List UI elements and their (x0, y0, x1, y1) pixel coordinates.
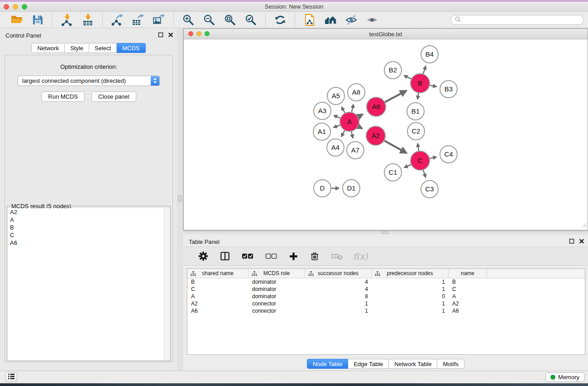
float-panel-icon[interactable] (158, 32, 163, 38)
graph-edge-A-A4[interactable] (341, 130, 345, 137)
graph-edge-C-C1[interactable] (404, 165, 411, 168)
table-row[interactable]: Cdominator41C (187, 286, 585, 293)
network-graph[interactable]: B4B2BB3A5A8A6B1A3AA1C2A2A4A7C4CC1C3DD1 (184, 39, 588, 230)
graph-node-A6[interactable]: A6 (367, 97, 386, 116)
graph-node-A4[interactable]: A4 (327, 139, 344, 156)
table-row[interactable]: A6connector11A6 (187, 307, 585, 315)
deselect-all-rows-button[interactable] (264, 252, 278, 261)
graph-edge-B-B4[interactable] (423, 66, 426, 74)
add-column-button[interactable] (288, 251, 299, 262)
zoom-selected-button[interactable] (244, 13, 258, 27)
show-hidden-button[interactable] (365, 13, 379, 27)
float-table-panel-icon[interactable] (569, 238, 574, 244)
graph-node-A2[interactable]: A2 (366, 126, 385, 145)
export-image-button[interactable] (152, 13, 166, 27)
graph-edge-A-A6[interactable] (358, 114, 363, 117)
apply-layout-button[interactable] (273, 13, 287, 27)
result-list-item[interactable]: B (8, 224, 170, 231)
graph-node-A8[interactable]: A8 (348, 84, 365, 101)
table-row[interactable]: Adominator80A (187, 293, 585, 300)
select-all-rows-button[interactable] (241, 252, 254, 261)
tab-style[interactable]: Style (65, 43, 89, 53)
graph-node-C1[interactable]: C1 (384, 164, 402, 181)
open-session-button[interactable] (10, 13, 24, 27)
new-network-from-selection-button[interactable] (302, 13, 317, 27)
graph-node-D1[interactable]: D1 (343, 180, 360, 197)
result-scrollbar[interactable] (164, 208, 170, 360)
function-builder-button[interactable]: f(x) (353, 251, 368, 261)
graph-edge-B-B3[interactable] (430, 85, 437, 86)
import-network-button[interactable] (60, 13, 74, 27)
graph-edge-A6-B[interactable] (385, 91, 406, 102)
graph-edge-B-B1[interactable] (417, 93, 418, 100)
graph-edge-A-A2[interactable] (358, 126, 362, 129)
toggle-columns-button[interactable] (219, 250, 231, 262)
graph-edge-A-A7[interactable] (351, 132, 353, 138)
result-list-item[interactable]: A2 (8, 208, 170, 216)
graph-edge-A-A8[interactable] (352, 104, 354, 112)
memory-button[interactable]: Memory (545, 372, 584, 382)
graph-edge-A-A5[interactable] (342, 107, 345, 113)
graph-node-A7[interactable]: A7 (347, 142, 364, 159)
import-table-button[interactable] (81, 13, 95, 27)
graph-node-B3[interactable]: B3 (440, 81, 457, 98)
graph-node-A3[interactable]: A3 (314, 102, 331, 119)
graph-node-A1[interactable]: A1 (313, 123, 330, 140)
column-header-mcds-role[interactable]: MCDS role (249, 269, 305, 278)
graph-edge-B-B2[interactable] (404, 76, 411, 79)
hide-selected-button[interactable] (344, 13, 359, 27)
graph-node-B4[interactable]: B4 (421, 46, 438, 63)
save-session-button[interactable] (30, 13, 45, 27)
graph-edge-C-C4[interactable] (430, 157, 437, 158)
column-header-name[interactable]: name (449, 269, 487, 278)
column-header-successor-nodes[interactable]: successor nodes (305, 269, 372, 278)
zoom-in-button[interactable] (181, 13, 196, 27)
column-header-shared-name[interactable]: shared name (187, 269, 249, 278)
graph-node-C3[interactable]: C3 (421, 181, 438, 198)
tab-edge-table[interactable]: Edge Table (348, 359, 389, 369)
result-list-item[interactable]: A6 (8, 239, 170, 247)
graph-node-B[interactable]: B (411, 74, 430, 93)
splitter-grip[interactable] (178, 195, 182, 202)
result-list-item[interactable]: A (8, 216, 170, 224)
tab-node-table[interactable]: Node Table (307, 359, 349, 369)
resize-grip-icon[interactable] (581, 221, 587, 229)
zoom-fit-button[interactable] (223, 13, 237, 27)
tab-select[interactable]: Select (89, 43, 117, 53)
graph-edge-A2-C[interactable] (384, 141, 406, 153)
delete-column-button[interactable] (309, 251, 320, 262)
tab-network-table[interactable]: Network Table (389, 359, 437, 369)
graph-node-C2[interactable]: C2 (407, 123, 425, 140)
export-network-button[interactable] (110, 13, 124, 27)
table-row[interactable]: Bdominator41B (187, 278, 585, 286)
close-panel-button[interactable]: Close panel (91, 91, 136, 102)
task-history-button[interactable] (5, 372, 17, 382)
column-header-predecessor-nodes[interactable]: predecessor nodes (372, 269, 449, 278)
zoom-out-button[interactable] (202, 13, 216, 27)
delete-table-button[interactable] (330, 251, 344, 262)
graph-node-C4[interactable]: C4 (440, 146, 457, 163)
run-mcds-button[interactable]: Run MCDS (41, 91, 85, 102)
graph-node-D[interactable]: D (314, 180, 331, 197)
network-canvas[interactable]: B4B2BB3A5A8A6B1A3AA1C2A2A4A7C4CC1C3DD1 (184, 39, 588, 230)
node-table[interactable]: shared nameMCDS rolesuccessor nodesprede… (187, 268, 585, 355)
tab-mcds[interactable]: MCDS (117, 43, 145, 53)
horizontal-splitter[interactable] (183, 230, 588, 234)
graph-edge-C-C2[interactable] (418, 143, 419, 151)
horizontal-splitter-grip[interactable] (382, 231, 388, 234)
close-table-panel-icon[interactable] (578, 238, 584, 244)
graph-edge-A-A1[interactable] (333, 125, 340, 128)
tab-network[interactable]: Network (31, 43, 65, 53)
graph-node-B1[interactable]: B1 (407, 103, 424, 120)
export-table-button[interactable] (131, 13, 145, 27)
graph-node-C[interactable]: C (411, 151, 430, 170)
graph-node-A[interactable]: A (340, 112, 359, 131)
search-box[interactable] (450, 15, 584, 25)
optimization-criterion-select[interactable]: largest connected component (directed) (18, 76, 160, 86)
graph-node-B2[interactable]: B2 (384, 62, 402, 79)
table-settings-button[interactable] (197, 250, 209, 262)
panel-splitter[interactable] (177, 28, 183, 371)
graph-edge-C-C3[interactable] (423, 170, 426, 178)
close-panel-icon[interactable] (167, 32, 173, 38)
result-list-item[interactable]: C (8, 231, 170, 239)
